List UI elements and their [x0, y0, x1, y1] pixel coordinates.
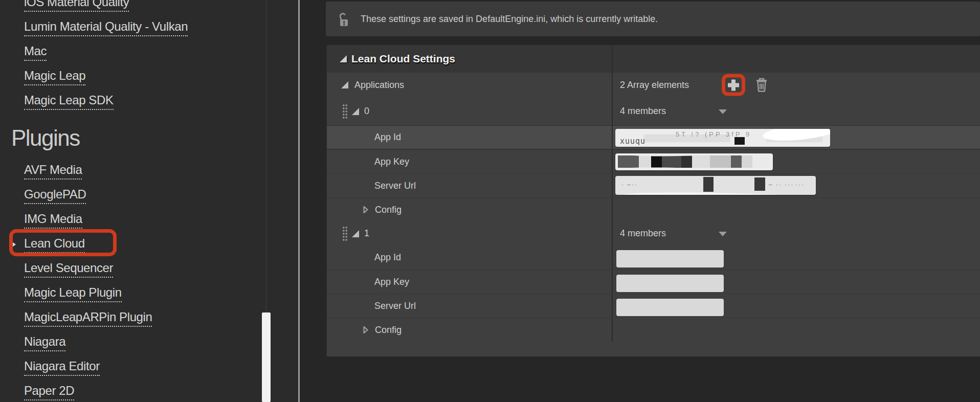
- server-url-input-empty[interactable]: [616, 299, 724, 316]
- notice-text: These settings are saved in DefaultEngin…: [361, 2, 658, 36]
- applications-label: Applications: [354, 80, 404, 91]
- plus-icon[interactable]: [727, 78, 740, 92]
- server-url-label: Server Url: [374, 301, 416, 311]
- config-label: Config: [375, 205, 402, 215]
- redacted-text-fragment: · –··: [621, 181, 638, 188]
- app-id-label: App Id: [374, 132, 401, 143]
- sidebar-item-magic-leap[interactable]: Magic Leap: [24, 69, 85, 85]
- element-0-app-key-row[interactable]: App Key: [327, 149, 980, 173]
- sidebar-section-plugins: Plugins: [11, 124, 80, 152]
- drag-handle-icon[interactable]: [342, 104, 348, 119]
- redaction-blocks: [618, 155, 769, 168]
- applications-row: Applications 2 Array elements: [327, 73, 980, 97]
- app-id-input-empty[interactable]: [616, 250, 724, 267]
- element-1-index: 1: [364, 228, 369, 239]
- redaction-block: [734, 137, 745, 145]
- red-highlight-annotation-add-button: [722, 74, 745, 96]
- sidebar-item-googlepad[interactable]: GooglePAD: [24, 187, 86, 204]
- sidebar-item-magicleaparpin-plugin[interactable]: MagicLeapARPin Plugin: [24, 310, 152, 327]
- element-1-app-key-row[interactable]: App Key: [327, 270, 980, 294]
- element-0-members-summary: 4 members: [613, 106, 666, 117]
- sidebar-item-niagara[interactable]: Niagara: [24, 334, 65, 351]
- redacted-text-fragment: xuuqu: [620, 137, 645, 146]
- redacted-text-fragment: – ·· ···: [769, 181, 794, 188]
- element-1-members-summary: 4 members: [613, 228, 666, 239]
- section-header-row[interactable]: Lean Cloud Settings: [327, 45, 980, 73]
- array-elements-summary: 2 Array elements: [613, 80, 689, 91]
- element-0-collapse-triangle-icon[interactable]: [352, 108, 359, 115]
- sidebar-item-avf-media[interactable]: AVF Media: [24, 163, 82, 180]
- element-0-index: 0: [364, 106, 369, 117]
- element-1-server-url-row[interactable]: Server Url: [327, 294, 980, 318]
- sidebar-item-level-sequencer[interactable]: Level Sequencer: [24, 261, 113, 278]
- drag-handle-icon[interactable]: [342, 226, 348, 241]
- sidebar-item-magic-leap-sdk[interactable]: Magic Leap SDK: [24, 93, 114, 110]
- app-key-input-redacted[interactable]: [615, 153, 773, 170]
- sidebar-item-paper-2d[interactable]: Paper 2D: [24, 384, 74, 400]
- element-1-config-row[interactable]: Config: [327, 318, 980, 342]
- sidebar-item-img-media[interactable]: IMG Media: [24, 212, 82, 229]
- sidebar-item-ios-material-quality[interactable]: iOS Material Quality: [24, 0, 129, 12]
- triangle-collapsed-icon[interactable]: [363, 205, 369, 214]
- app-id-label: App Id: [374, 252, 401, 263]
- element-0-server-url-row[interactable]: Server Url · –·· – ·· ··· ···: [327, 173, 980, 197]
- server-url-label: Server Url: [374, 181, 416, 191]
- sidebar-item-magic-leap-plugin[interactable]: Magic Leap Plugin: [24, 285, 122, 302]
- app-key-input-empty[interactable]: [616, 275, 724, 292]
- applications-collapse-triangle-icon[interactable]: [341, 81, 348, 88]
- sidebar-item-niagara-editor[interactable]: Niagara Editor: [24, 359, 100, 376]
- unlock-icon: [337, 12, 350, 31]
- sidebar-item-mac[interactable]: Mac: [24, 44, 47, 61]
- app-key-label: App Key: [374, 277, 409, 287]
- server-url-input-redacted[interactable]: · –·· – ·· ··· ···: [615, 176, 816, 195]
- redacted-text-fragment: ···: [795, 181, 805, 188]
- triangle-collapsed-icon[interactable]: [363, 325, 369, 334]
- panel-filler: [327, 342, 980, 356]
- red-highlight-annotation-lean-cloud: [9, 229, 117, 256]
- scrollbar-thumb[interactable]: [262, 312, 271, 402]
- lean-cloud-settings-panel: Lean Cloud Settings Applications 2 Array…: [326, 45, 980, 356]
- app-key-label: App Key: [374, 157, 409, 167]
- sidebar-item-lumin-material-quality[interactable]: Lumin Material Quality - Vulkan: [24, 19, 188, 36]
- element-1-app-id-row[interactable]: App Id: [327, 245, 980, 270]
- array-element-1-row: 1 4 members: [327, 221, 980, 245]
- chevron-down-icon[interactable]: [719, 109, 727, 114]
- section-title: Lean Cloud Settings: [351, 53, 455, 65]
- config-label: Config: [375, 325, 402, 336]
- chevron-down-icon[interactable]: [719, 232, 727, 236]
- element-0-app-id-row[interactable]: App Id 5T !? (PP 3fP 9 xuuqu: [327, 125, 980, 149]
- app-id-input-redacted[interactable]: 5T !? (PP 3fP 9 xuuqu: [615, 129, 830, 147]
- section-collapse-triangle-icon[interactable]: [340, 55, 347, 62]
- sidebar-splitter-handle[interactable]: [298, 0, 300, 402]
- config-file-notice-bar: These settings are saved in DefaultEngin…: [326, 2, 980, 36]
- element-1-collapse-triangle-icon[interactable]: [352, 230, 359, 237]
- element-0-config-row[interactable]: Config: [327, 197, 980, 221]
- array-element-0-row: 0 4 members: [327, 97, 980, 125]
- settings-nav-sidebar: iOS Material Quality Lumin Material Qual…: [0, 0, 298, 402]
- trash-icon[interactable]: [754, 77, 769, 94]
